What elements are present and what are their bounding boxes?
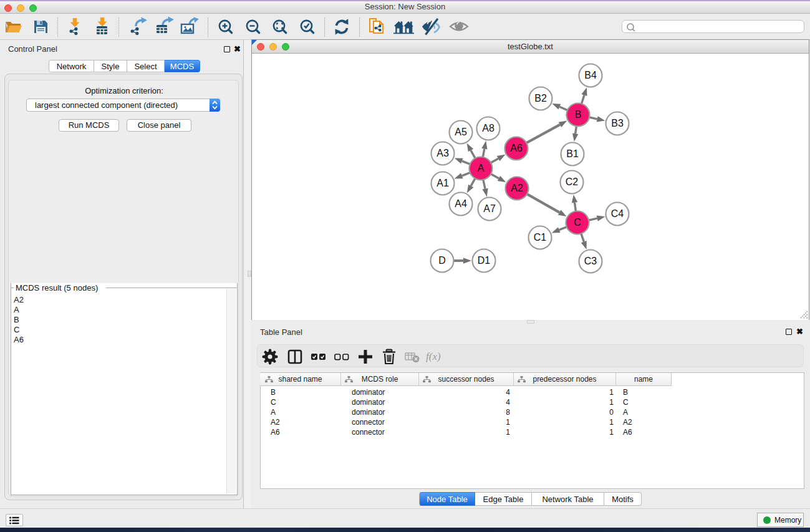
svg-text:C1: C1 <box>534 232 547 243</box>
svg-text:C2: C2 <box>566 177 579 187</box>
svg-text:A4: A4 <box>455 198 467 209</box>
svg-text:A3: A3 <box>436 148 449 158</box>
svg-text:B1: B1 <box>566 148 579 159</box>
svg-text:C3: C3 <box>584 256 597 266</box>
svg-text:A1: A1 <box>436 178 449 188</box>
svg-text:A6: A6 <box>510 143 523 153</box>
svg-text:B2: B2 <box>534 93 547 104</box>
svg-text:D: D <box>438 255 446 266</box>
svg-text:B3: B3 <box>611 118 624 128</box>
svg-text:A: A <box>478 163 485 173</box>
svg-text:C: C <box>574 217 581 228</box>
svg-text:A7: A7 <box>483 203 496 214</box>
svg-text:B4: B4 <box>584 70 597 80</box>
svg-text:D1: D1 <box>478 255 491 266</box>
svg-text:C4: C4 <box>611 208 624 219</box>
svg-text:A5: A5 <box>455 127 467 137</box>
svg-text:A8: A8 <box>482 123 494 133</box>
svg-text:B: B <box>575 109 582 120</box>
svg-text:A2: A2 <box>511 183 523 193</box>
